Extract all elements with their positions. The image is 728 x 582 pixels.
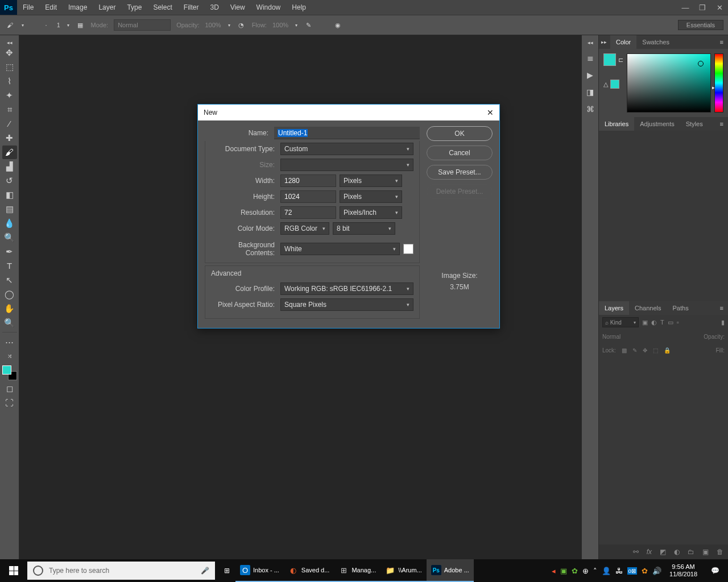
workspace-switcher[interactable]: Essentials bbox=[678, 20, 723, 30]
layer-filter-select[interactable]: ⌕ Kind▾ bbox=[602, 317, 639, 327]
color-cursor[interactable] bbox=[698, 61, 704, 66]
ok-button[interactable]: OK bbox=[427, 126, 493, 141]
menu-image[interactable]: Image bbox=[63, 0, 93, 15]
background-swatch[interactable] bbox=[610, 80, 619, 89]
gradient-tool[interactable]: ▤ bbox=[2, 202, 17, 216]
pressure-opacity-icon[interactable]: ◔ bbox=[236, 20, 246, 30]
blur-tool[interactable]: 💧 bbox=[2, 217, 17, 230]
dodge-tool[interactable]: 🔍 bbox=[2, 231, 17, 244]
tab-swatches[interactable]: Swatches bbox=[636, 35, 675, 49]
properties-icon[interactable]: ◨ bbox=[586, 88, 594, 97]
filter-pixel-icon[interactable]: ▣ bbox=[642, 319, 648, 326]
menu-view[interactable]: View bbox=[225, 0, 251, 15]
delete-icon[interactable]: 🗑 bbox=[717, 548, 723, 556]
history-icon[interactable]: ≣ bbox=[587, 53, 594, 63]
menu-window[interactable]: Window bbox=[251, 0, 287, 15]
tab-layers[interactable]: Layers bbox=[599, 301, 629, 315]
filter-shape-icon[interactable]: ▭ bbox=[668, 319, 673, 326]
filter-smart-icon[interactable]: ▫ bbox=[677, 319, 679, 326]
filter-toggle-icon[interactable]: ▮ bbox=[721, 319, 725, 326]
foreground-color-swatch[interactable] bbox=[2, 365, 11, 375]
collapse-icon[interactable]: ▸▸ bbox=[599, 39, 610, 45]
adjustment-icon[interactable]: ◐ bbox=[674, 548, 680, 556]
foreground-background-colors[interactable] bbox=[1, 364, 18, 381]
healing-tool[interactable]: ✚ bbox=[2, 131, 17, 145]
height-input[interactable]: 1024 bbox=[280, 190, 336, 203]
menu-type[interactable]: Type bbox=[121, 0, 147, 15]
filter-adjust-icon[interactable]: ◐ bbox=[651, 319, 657, 326]
quick-select-tool[interactable]: ✦ bbox=[2, 89, 17, 102]
network-icon[interactable]: 🖧 bbox=[615, 567, 623, 575]
taskbar-app-outlook[interactable]: OInbox - ... bbox=[235, 559, 284, 582]
more-tools[interactable]: ⋯ bbox=[2, 335, 17, 349]
resolution-unit-select[interactable]: Pixels/Inch▾ bbox=[340, 206, 402, 219]
move-tool[interactable]: ✥ bbox=[2, 46, 17, 60]
quickmask-tool[interactable]: ◻ bbox=[2, 382, 17, 396]
minimize-icon[interactable]: — bbox=[677, 3, 694, 12]
brush-panel-icon[interactable]: ▦ bbox=[75, 20, 85, 30]
link-layers-icon[interactable]: ⚯ bbox=[633, 548, 639, 556]
mic-icon[interactable]: 🎤 bbox=[201, 567, 209, 575]
shape-tool[interactable]: ◯ bbox=[2, 288, 17, 301]
tab-paths[interactable]: Paths bbox=[667, 301, 694, 315]
save-preset-button[interactable]: Save Preset... bbox=[427, 165, 493, 180]
stamp-tool[interactable]: ▟ bbox=[2, 160, 17, 173]
chevron-down-icon[interactable]: ▾ bbox=[22, 23, 24, 28]
glyph-icon[interactable]: ⌘ bbox=[586, 105, 594, 114]
collapse-icon[interactable]: ◂◂ bbox=[588, 40, 593, 45]
blend-mode-select[interactable]: Normal bbox=[602, 334, 665, 340]
opacity-value[interactable]: 100% bbox=[205, 22, 221, 28]
hue-slider[interactable]: ▸ bbox=[714, 53, 723, 113]
group-icon[interactable]: 🗀 bbox=[688, 548, 694, 556]
bg-select[interactable]: White▾ bbox=[280, 243, 400, 255]
panel-menu-icon[interactable]: ≡ bbox=[715, 120, 728, 127]
taskbar-app-folder[interactable]: 📁\\Arum... bbox=[380, 559, 427, 582]
lock-trans-icon[interactable]: ▩ bbox=[622, 347, 627, 354]
eraser-tool[interactable]: ◧ bbox=[2, 188, 17, 202]
tray-icon[interactable]: ✿ bbox=[642, 567, 648, 575]
tab-styles[interactable]: Styles bbox=[680, 117, 709, 131]
eyedropper-tool[interactable]: ⁄ bbox=[2, 117, 17, 131]
cancel-button[interactable]: Cancel bbox=[427, 146, 493, 160]
maximize-icon[interactable]: ❐ bbox=[694, 3, 711, 12]
dialog-titlebar[interactable]: New ✕ bbox=[198, 105, 499, 120]
chevron-down-icon[interactable]: ▾ bbox=[228, 23, 230, 28]
colormode-select[interactable]: RGB Color▾ bbox=[280, 222, 329, 235]
pen-tool[interactable]: ✒ bbox=[2, 245, 17, 259]
panel-menu-icon[interactable]: ≡ bbox=[715, 39, 728, 45]
bg-colorchip[interactable] bbox=[403, 244, 413, 254]
color-field[interactable] bbox=[627, 53, 711, 113]
notifications-icon[interactable]: 💬 bbox=[705, 559, 725, 582]
menu-3d[interactable]: 3D bbox=[204, 0, 224, 15]
type-tool[interactable]: T bbox=[2, 259, 17, 273]
tab-channels[interactable]: Channels bbox=[629, 301, 667, 315]
lasso-tool[interactable]: ⌇ bbox=[2, 74, 17, 88]
outlook-tray-icon[interactable]: o⊠ bbox=[627, 567, 638, 575]
height-unit-select[interactable]: Pixels▾ bbox=[340, 190, 402, 203]
tool-preset-icon[interactable]: 🖌 bbox=[5, 20, 15, 30]
par-select[interactable]: Square Pixels▾ bbox=[280, 298, 413, 311]
lock-brush-icon[interactable]: ✎ bbox=[632, 347, 637, 354]
link-icon[interactable]: ⊏ bbox=[618, 56, 623, 64]
width-unit-select[interactable]: Pixels▾ bbox=[340, 174, 402, 187]
search-box[interactable]: Type here to search 🎤 bbox=[27, 562, 215, 580]
menu-select[interactable]: Select bbox=[147, 0, 177, 15]
lock-all-icon[interactable]: 🔒 bbox=[664, 347, 671, 354]
close-icon[interactable]: ✕ bbox=[711, 3, 728, 12]
chevron-down-icon[interactable]: ▾ bbox=[295, 23, 297, 28]
panel-menu-icon[interactable]: ≡ bbox=[715, 305, 728, 311]
volume-icon[interactable]: 🔊 bbox=[652, 567, 661, 575]
name-input[interactable]: Untitled-1 bbox=[274, 127, 420, 139]
actions-icon[interactable]: ▶ bbox=[587, 70, 593, 80]
size-select[interactable]: ▾ bbox=[280, 159, 413, 171]
resolution-input[interactable]: 72 bbox=[280, 206, 336, 219]
lock-artboard-icon[interactable]: ⬚ bbox=[653, 347, 658, 354]
foreground-swatch[interactable] bbox=[603, 53, 616, 66]
tray-icon[interactable]: ⊕ bbox=[582, 567, 589, 575]
pressure-size-icon[interactable]: ◉ bbox=[333, 20, 343, 30]
chevron-down-icon[interactable]: ▾ bbox=[67, 23, 69, 28]
menu-edit[interactable]: Edit bbox=[39, 0, 63, 15]
crop-tool[interactable]: ⌗ bbox=[2, 103, 17, 117]
mask-icon[interactable]: ◩ bbox=[660, 548, 666, 556]
taskbar-app-manage[interactable]: ⊞Manag... bbox=[334, 559, 380, 582]
